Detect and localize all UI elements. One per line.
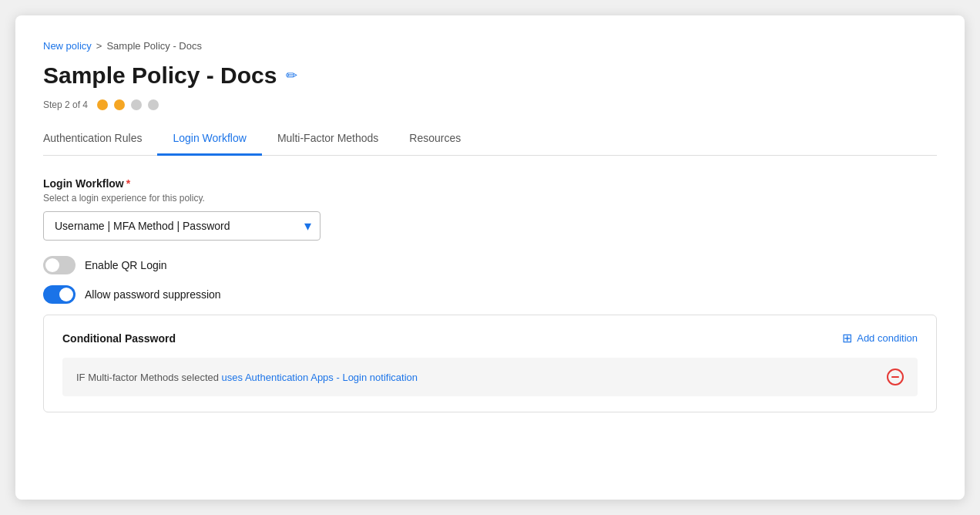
allow-password-suppression-toggle[interactable] [43,285,76,304]
breadcrumb-link[interactable]: New policy [43,40,92,52]
edit-icon[interactable]: ✏ [286,67,297,84]
conditional-password-header: Conditional Password ⊞ Add condition [62,331,918,345]
steps-row: Step 2 of 4 [43,99,937,110]
condition-link[interactable]: uses Authentication Apps - Login notific… [222,372,418,383]
enable-qr-login-row: Enable QR Login [43,256,937,274]
login-workflow-dropdown-wrapper: Username | MFA Method | Password Usernam… [43,211,321,241]
allow-password-suppression-row: Allow password suppression [43,285,937,304]
enable-qr-login-slider [43,256,76,274]
breadcrumb-separator: > [96,40,102,52]
remove-condition-button[interactable] [887,369,904,385]
enable-qr-login-label: Enable QR Login [85,259,167,271]
add-condition-icon: ⊞ [842,331,852,345]
add-condition-label: Add condition [857,332,918,344]
page-title: Sample Policy - Docs [43,62,277,89]
login-workflow-section: Login Workflow* Select a login experienc… [43,177,937,412]
page-title-row: Sample Policy - Docs ✏ [43,62,937,89]
tab-authentication-rules[interactable]: Authentication Rules [43,124,157,156]
tab-resources[interactable]: Resources [394,124,476,156]
login-workflow-dropdown[interactable]: Username | MFA Method | Password Usernam… [43,211,321,241]
step-dot-3 [131,99,142,110]
breadcrumb: New policy > Sample Policy - Docs [43,40,937,52]
required-star: * [126,177,130,190]
main-window: New policy > Sample Policy - Docs Sample… [15,15,965,500]
step-dot-4 [148,99,159,110]
steps-label: Step 2 of 4 [43,99,88,110]
conditional-password-card: Conditional Password ⊞ Add condition IF … [43,315,937,412]
allow-password-suppression-slider [43,285,76,304]
condition-prefix: IF Multi-factor Methods selected [76,372,222,383]
remove-minus-icon [891,376,899,378]
tab-login-workflow[interactable]: Login Workflow [157,124,261,156]
login-workflow-desc: Select a login experience for this polic… [43,193,937,204]
condition-row: IF Multi-factor Methods selected uses Au… [62,358,918,396]
allow-password-suppression-label: Allow password suppression [85,288,221,301]
conditional-password-title: Conditional Password [62,332,176,345]
add-condition-button[interactable]: ⊞ Add condition [842,331,918,345]
step-dot-1 [97,99,108,110]
step-dot-2 [114,99,125,110]
enable-qr-login-toggle[interactable] [43,256,76,274]
breadcrumb-current: Sample Policy - Docs [106,40,202,52]
condition-text: IF Multi-factor Methods selected uses Au… [76,372,418,383]
tab-multi-factor-methods[interactable]: Multi-Factor Methods [262,124,394,156]
tabs-bar: Authentication Rules Login Workflow Mult… [43,124,937,156]
login-workflow-label: Login Workflow* [43,177,937,190]
remove-circle-icon [887,369,904,385]
